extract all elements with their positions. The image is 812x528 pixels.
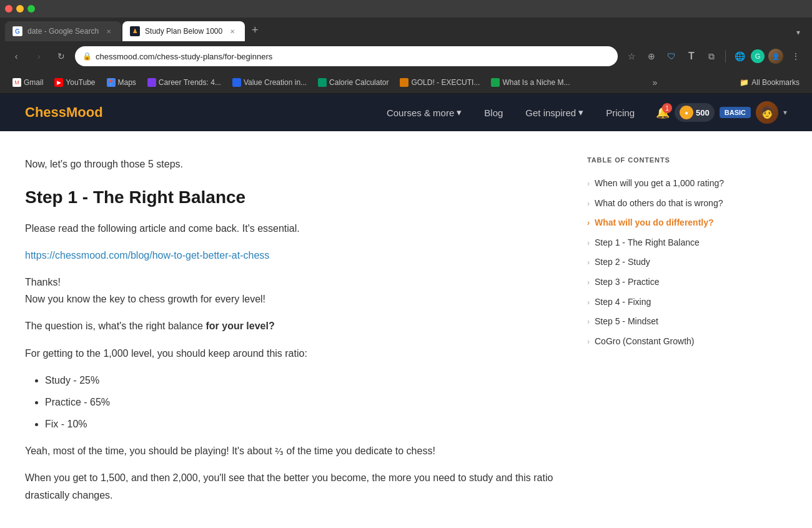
browser-window: G date - Google Search ✕ ♟ Study Plan Be… — [0, 0, 812, 528]
toc-label-3: What will you do differently? — [595, 217, 762, 229]
toc-label-7: Step 4 - Fixing — [595, 296, 762, 309]
toc-heading: TABLE OF CONTENTS — [587, 156, 762, 164]
address-bar[interactable]: 🔒 chessmood.com/chess-study-plans/for-be… — [75, 46, 618, 66]
brave-shield-icon[interactable]: 🛡 — [663, 47, 680, 65]
tab-chessmood[interactable]: ♟ Study Plan Below 1000 ✕ — [122, 21, 245, 41]
bookmark-calorie[interactable]: Calorie Calculator — [313, 76, 394, 89]
toc-chevron-3: › — [587, 218, 590, 229]
bookmarks-folder-button[interactable]: 📁 All Bookmarks — [735, 76, 805, 89]
extensions-icon[interactable]: ⊕ — [643, 47, 660, 65]
tab-close-google[interactable]: ✕ — [104, 26, 114, 36]
bullet-practice: Practice - 65% — [45, 394, 562, 411]
toc-item-7[interactable]: › Step 4 - Fixing — [587, 292, 762, 312]
toc-list: › When will you get a 1,000 rating? › Wh… — [587, 174, 762, 351]
nav-blog[interactable]: Blog — [475, 102, 512, 123]
para5-fraction: ⅔ — [275, 446, 284, 456]
bookmark-value[interactable]: Value Creation in... — [227, 76, 312, 89]
para3-bold: for your level? — [205, 321, 274, 331]
toc-chevron-5: › — [587, 257, 590, 268]
para4: For getting to the 1,000 level, you shou… — [25, 345, 562, 362]
notification-bell[interactable]: 🔔 1 — [656, 106, 670, 119]
notification-badge: 1 — [662, 103, 672, 113]
bookmarks-more-button[interactable]: » — [646, 74, 663, 91]
para6: When you get to 1,500, and then 2,000, y… — [25, 469, 562, 503]
tab-bar: G date - Google Search ✕ ♟ Study Plan Be… — [0, 17, 812, 41]
minimize-window-button[interactable] — [16, 5, 24, 12]
omnibar: ‹ › ↻ 🔒 chessmood.com/chess-study-plans/… — [0, 41, 812, 71]
site-navigation: ChessMood Courses & more ▾ Blog Get insp… — [0, 94, 812, 131]
coin-icon: ● — [680, 106, 693, 119]
back-button[interactable]: ‹ — [7, 47, 25, 65]
toc-chevron-6: › — [587, 277, 590, 288]
menu-button[interactable]: ⋮ — [787, 47, 805, 65]
vpn-icon[interactable]: 🌐 — [731, 47, 748, 65]
grammarly-icon[interactable]: G — [751, 49, 765, 63]
toc-chevron-9: › — [587, 337, 590, 347]
para5-end: of the time you dedicate to chess! — [284, 446, 435, 456]
thanks-text: Thanks! — [25, 277, 61, 287]
bookmark-star-icon[interactable]: ☆ — [623, 47, 640, 65]
nav-pricing[interactable]: Pricing — [597, 102, 643, 123]
coin-counter[interactable]: ● 500 — [675, 103, 715, 122]
toc-label-6: Step 3 - Practice — [595, 276, 762, 289]
logo-mood: Mood — [66, 104, 103, 120]
nav-courses-label: Courses & more — [387, 107, 454, 118]
toc-label-1: When will you get a 1,000 rating? — [595, 177, 762, 190]
toc-chevron-7: › — [587, 297, 590, 308]
tab-list-button[interactable]: ▾ — [790, 24, 807, 41]
toc-label-5: Step 2 - Study — [595, 256, 762, 269]
toc-label-9: CoGro (Constant Growth) — [595, 336, 762, 348]
bookmark-gmail-label: Gmail — [24, 78, 43, 87]
logo-chess: Chess — [25, 104, 66, 120]
maximize-window-button[interactable] — [27, 5, 35, 12]
tab-google-search[interactable]: G date - Google Search ✕ — [5, 21, 121, 41]
youtube-favicon: ▶ — [54, 78, 63, 87]
bookmark-gold-label: GOLD! - EXECUTI... — [411, 78, 480, 87]
toc-item-2[interactable]: › What do others do that is wrong? — [587, 194, 762, 214]
bookmark-gmail[interactable]: M Gmail — [7, 76, 48, 89]
bookmark-gold[interactable]: GOLD! - EXECUTI... — [395, 76, 485, 89]
forward-button[interactable]: › — [30, 47, 47, 65]
tab-close-chessmood[interactable]: ✕ — [227, 26, 237, 36]
toc-item-8[interactable]: › Step 5 - Mindset — [587, 312, 762, 332]
reader-mode-icon[interactable]: T — [683, 47, 700, 65]
reload-button[interactable]: ↻ — [52, 47, 70, 65]
bookmark-career[interactable]: Career Trends: 4... — [142, 76, 226, 89]
nav-courses[interactable]: Courses & more ▾ — [378, 102, 470, 123]
bullet-study: Study - 25% — [45, 372, 562, 389]
profile-picture-icon[interactable]: 👤 — [767, 47, 785, 65]
user-avatar[interactable]: 🧑 — [756, 101, 778, 124]
extension1-icon[interactable]: ⧉ — [703, 47, 720, 65]
thanks-para: Thanks! Now you know the key to chess gr… — [25, 274, 562, 307]
toc-item-1[interactable]: › When will you get a 1,000 rating? — [587, 174, 762, 194]
nav-icons: 🔔 1 ● 500 BASIC 🧑 ▾ — [656, 101, 787, 124]
chessmood-logo[interactable]: ChessMood — [25, 104, 103, 121]
bookmark-youtube[interactable]: ▶ YouTube — [49, 76, 100, 89]
security-icon: 🔒 — [82, 52, 92, 61]
coin-count: 500 — [696, 108, 710, 117]
toc-sidebar: TABLE OF CONTENTS › When will you get a … — [587, 156, 762, 514]
tab-favicon-google: G — [12, 26, 22, 36]
logo-text: ChessMood — [25, 104, 103, 121]
toc-item-9[interactable]: › CoGro (Constant Growth) — [587, 332, 762, 352]
new-tab-button[interactable]: + — [246, 21, 264, 39]
chessmood-link[interactable]: https://chessmood.com/blog/how-to-get-be… — [25, 250, 269, 261]
close-window-button[interactable] — [5, 5, 12, 12]
bookmark-niche[interactable]: What Is a Niche M... — [486, 76, 575, 89]
bookmark-maps[interactable]: 📍 Maps — [102, 76, 141, 89]
toc-item-4[interactable]: › Step 1 - The Right Balance — [587, 233, 762, 253]
nav-inspired[interactable]: Get inspired ▾ — [517, 102, 592, 123]
toc-item-5[interactable]: › Step 2 - Study — [587, 252, 762, 272]
subscription-badge[interactable]: BASIC — [720, 107, 751, 118]
article-link-para: https://chessmood.com/blog/how-to-get-be… — [25, 247, 562, 264]
para5: Yeah, most of the time, you should be pl… — [25, 442, 562, 459]
bookmark-niche-label: What Is a Niche M... — [502, 78, 570, 87]
para2-text: Now you know the key to chess growth for… — [25, 294, 265, 304]
bookmark-career-label: Career Trends: 4... — [159, 78, 221, 87]
toc-chevron-4: › — [587, 238, 590, 249]
user-menu-arrow[interactable]: ▾ — [783, 108, 787, 117]
toc-item-6[interactable]: › Step 3 - Practice — [587, 272, 762, 292]
toc-item-3[interactable]: › What will you do differently? — [587, 213, 762, 233]
bookmark-youtube-label: YouTube — [66, 78, 95, 87]
ratio-list: Study - 25% Practice - 65% Fix - 10% — [45, 372, 562, 433]
